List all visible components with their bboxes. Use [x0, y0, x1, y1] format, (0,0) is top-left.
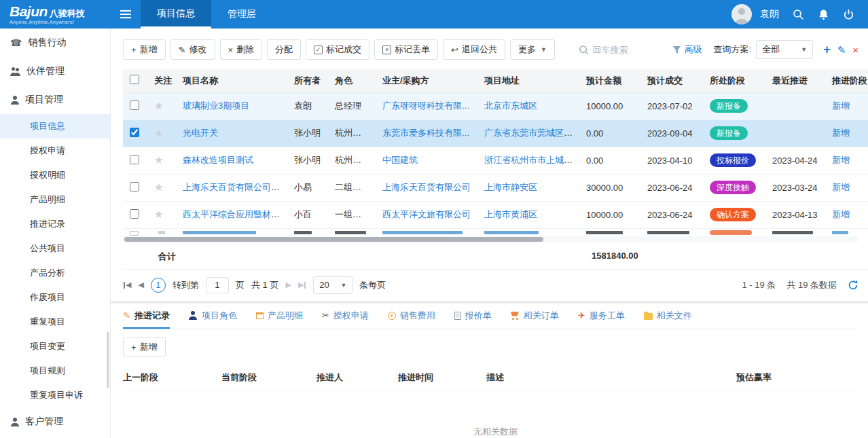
edit-query-icon[interactable]: ✎ [837, 45, 846, 55]
table-row[interactable]: ★ 西太平洋综合应用暨材料试... 小百 一组渠道 西太平洋文旅有限公司 上海市… [123, 201, 868, 228]
client-link[interactable]: 中国建筑 [382, 155, 418, 165]
star-icon[interactable]: ★ [154, 154, 163, 166]
sidebar-item-product-detail[interactable]: 产品明细 [0, 187, 110, 212]
sidebar-item-public-projects[interactable]: 公共项目 [0, 236, 110, 261]
tab-project-info[interactable]: 项目信息 [141, 0, 211, 29]
tab-management[interactable]: 管理层 [211, 0, 272, 29]
star-icon[interactable]: ★ [154, 100, 163, 111]
detail-add-button[interactable]: +新增 [123, 337, 166, 357]
row-checkbox[interactable] [130, 101, 139, 110]
client-link[interactable]: 上海乐天百货有限公司 [382, 182, 471, 192]
client-link[interactable]: 西太平洋文旅有限公司 [382, 209, 471, 219]
detail-tab-related-files[interactable]: 相关文件 [644, 304, 692, 329]
push-stage-link[interactable]: 新增 [832, 209, 850, 219]
push-stage-link[interactable]: 新增 [832, 128, 850, 138]
push-stage-link[interactable]: 新增 [832, 182, 850, 192]
table-row[interactable]: ★ 上海乐天百货有限公司项目 小易 二组渠道 上海乐天百货有限公司 上海市静安区… [123, 174, 868, 201]
owner-cell: 张小明 [287, 147, 328, 174]
sidebar-item-label: 项目规则 [30, 365, 65, 377]
query-plan-select[interactable]: 全部 ▼ [756, 40, 813, 59]
project-name-link[interactable]: 玻璃制业3期项目 [183, 101, 249, 111]
sidebar-item-voided-projects[interactable]: 作废项目 [0, 285, 110, 310]
sidebar-item-project-info[interactable]: 项目信息 [0, 114, 110, 139]
next-page-icon[interactable]: ▶ [285, 280, 291, 289]
project-name-link[interactable]: 西太平洋综合应用暨材料试... [183, 209, 287, 219]
search-input[interactable] [593, 45, 658, 55]
push-stage-link[interactable]: 新增 [832, 155, 850, 165]
table-row[interactable]: ★ 玻璃制业3期项目 袁朗 总经理 广东呀呀呀科技有限... 北京市东城区 10… [123, 92, 868, 120]
address-link[interactable]: 上海市黄浦区 [484, 209, 537, 219]
menu-toggle-icon[interactable] [111, 10, 141, 18]
scrollbar-thumb[interactable] [124, 237, 543, 242]
detail-tab-quotation[interactable]: 报价单 [454, 304, 492, 329]
detail-tab-push-records[interactable]: ✎推进记录 [123, 304, 170, 329]
role-cell: 二组渠道 [328, 174, 376, 201]
detail-tab-auth-request[interactable]: ✂授权申请 [322, 304, 369, 329]
sidebar-item-duplicate-appeal[interactable]: 重复项目申诉 [0, 383, 110, 407]
current-page[interactable]: 1 [151, 278, 166, 293]
refresh-icon[interactable] [848, 280, 858, 291]
mark-won-button[interactable]: ✓标记成交 [306, 39, 369, 60]
table-row[interactable]: ★ 光电开关 张小明 杭州渠道 东莞市爱多科技有限... 广东省东莞市莞城区55… [123, 120, 868, 147]
sidebar-item-project-changes[interactable]: 项目变更 [0, 334, 110, 359]
advanced-filter[interactable]: 高级 [672, 43, 702, 56]
bell-icon[interactable] [818, 9, 829, 20]
avatar[interactable] [731, 4, 752, 24]
project-name-link[interactable]: 森林改造项目测试 [183, 155, 253, 165]
prev-page-icon[interactable]: ◀ [138, 280, 143, 289]
select-all-checkbox[interactable] [130, 75, 139, 84]
detail-tab-sales-expense[interactable]: ¥销售费用 [388, 304, 435, 329]
project-name-link[interactable]: 光电开关 [183, 128, 218, 138]
sidebar-item-push-records[interactable]: 推进记录 [0, 212, 110, 236]
detail-tab-service-tickets[interactable]: ✈服务工单 [578, 304, 625, 329]
edit-button[interactable]: ✎修改 [170, 39, 215, 60]
table-row[interactable]: ★ 森林改造项目测试 张小明 杭州渠道 中国建筑 浙江省杭州市市上城区杭州...… [123, 147, 868, 174]
power-icon[interactable] [843, 9, 854, 20]
page-size-select[interactable]: 20 ▼ [313, 276, 352, 294]
address-link[interactable]: 北京市东城区 [484, 101, 537, 111]
address-link[interactable]: 浙江省杭州市市上城区杭州... [484, 155, 579, 165]
star-icon[interactable]: ★ [154, 181, 163, 193]
sidebar-group-customer-management[interactable]: 客户管理 [0, 407, 110, 436]
sidebar-item-auth-request[interactable]: 授权申请 [0, 139, 110, 163]
sidebar-group-project-management[interactable]: 项目管理 [0, 86, 110, 114]
push-stage-link[interactable]: 新增 [832, 101, 850, 111]
row-checkbox[interactable] [130, 155, 139, 164]
address-link[interactable]: 广东省东莞市莞城区55555 [484, 128, 579, 138]
star-icon[interactable]: ★ [154, 208, 163, 220]
delete-query-icon[interactable]: × [852, 45, 858, 55]
delete-button[interactable]: ×删除 [220, 39, 263, 60]
detail-tab-project-roles[interactable]: 项目角色 [189, 304, 237, 329]
sidebar-item-auth-detail[interactable]: 授权明细 [0, 163, 110, 187]
sidebar-group-sales-actions[interactable]: ☎ 销售行动 [0, 29, 110, 57]
detail-tab-product-detail[interactable]: 产品明细 [256, 304, 303, 329]
sidebar-group-partner-management[interactable]: 伙伴管理 [0, 57, 110, 86]
add-query-icon[interactable]: + [823, 43, 831, 56]
first-page-icon[interactable]: ◀ [123, 280, 131, 289]
row-checkbox[interactable] [130, 209, 139, 219]
assign-button[interactable]: 分配 [267, 39, 301, 60]
username[interactable]: 袁朗 [760, 8, 779, 20]
more-button[interactable]: 更多▼ [510, 39, 555, 60]
horizontal-scrollbar[interactable] [123, 236, 858, 242]
row-checkbox[interactable] [130, 128, 139, 137]
row-checkbox[interactable] [130, 182, 139, 191]
sidebar-scrollbar[interactable] [107, 331, 109, 388]
mark-lost-button[interactable]: ×标记丢单 [374, 39, 438, 60]
last-push-cell: 2023-03-24 [765, 174, 825, 201]
plus-icon: + [131, 45, 137, 54]
sidebar-item-duplicate-projects[interactable]: 重复项目 [0, 310, 110, 334]
sidebar-item-project-rules[interactable]: 项目规则 [0, 359, 110, 383]
star-icon[interactable]: ★ [154, 127, 163, 139]
address-link[interactable]: 上海市静安区 [484, 182, 537, 192]
client-link[interactable]: 广东呀呀呀科技有限... [382, 101, 469, 111]
client-link[interactable]: 东莞市爱多科技有限... [382, 128, 469, 138]
project-name-link[interactable]: 上海乐天百货有限公司项目 [183, 182, 287, 192]
sidebar-item-product-analysis[interactable]: 产品分析 [0, 261, 110, 285]
detail-tab-related-orders[interactable]: 相关订单 [511, 304, 559, 329]
add-button[interactable]: +新增 [123, 39, 166, 60]
goto-page-input[interactable] [206, 277, 229, 293]
return-public-button[interactable]: ↩退回公共 [443, 39, 505, 60]
last-page-icon[interactable]: ▶ [298, 280, 306, 289]
search-icon[interactable] [793, 9, 804, 20]
